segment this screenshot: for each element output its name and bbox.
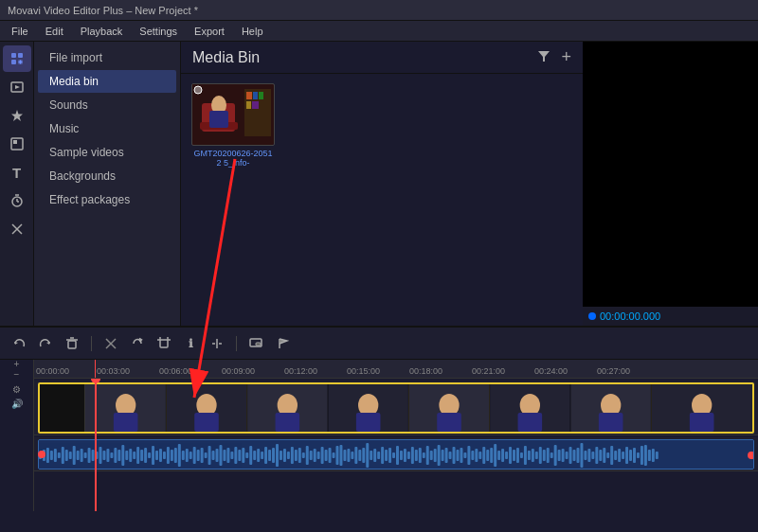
svg-rect-209 — [532, 449, 534, 462]
svg-rect-129 — [230, 452, 233, 459]
sidebar-item-effect-packages[interactable]: Effect packages — [38, 188, 176, 211]
filter-button[interactable] — [536, 48, 551, 66]
svg-rect-61 — [356, 413, 381, 432]
zoom-in-icon[interactable]: + — [14, 359, 20, 369]
svg-rect-63 — [437, 413, 461, 432]
svg-rect-219 — [569, 447, 572, 464]
preview-screen — [583, 42, 758, 307]
svg-rect-149 — [306, 446, 309, 465]
effects-tool-btn[interactable] — [3, 102, 31, 129]
svg-rect-230 — [610, 446, 613, 465]
sidebar-item-backgrounds[interactable]: Backgrounds — [38, 165, 176, 187]
svg-rect-114 — [174, 448, 177, 463]
menu-edit[interactable]: Edit — [38, 24, 71, 39]
delete-button[interactable] — [61, 332, 83, 355]
svg-rect-206 — [520, 452, 523, 458]
redo-button[interactable] — [34, 332, 57, 355]
svg-rect-188 — [453, 447, 456, 464]
svg-rect-95 — [102, 451, 105, 460]
svg-rect-162 — [354, 447, 357, 464]
svg-rect-231 — [614, 451, 617, 460]
preview-dot — [588, 312, 596, 320]
menu-help[interactable]: Help — [234, 24, 271, 39]
svg-rect-166 — [370, 451, 372, 460]
timeline-toolbar: ℹ — [0, 328, 758, 360]
menu-file[interactable]: File — [4, 24, 36, 39]
svg-rect-168 — [377, 452, 380, 459]
sidebar-item-sounds[interactable]: Sounds — [38, 94, 176, 116]
menu-export[interactable]: Export — [187, 24, 232, 39]
timeline-area: ℹ — [0, 326, 758, 511]
svg-rect-223 — [584, 451, 587, 460]
media-tool-btn[interactable] — [3, 74, 31, 100]
sidebar-item-media-bin[interactable]: Media bin — [38, 70, 176, 93]
svg-rect-220 — [573, 450, 576, 461]
media-bin-actions: + — [536, 47, 571, 67]
svg-rect-165 — [366, 443, 369, 468]
text-tool-btn[interactable]: T — [3, 159, 31, 186]
svg-rect-144 — [287, 452, 290, 459]
crop-button[interactable] — [153, 332, 175, 355]
svg-rect-84 — [62, 447, 64, 464]
svg-rect-104 — [136, 447, 139, 464]
media-item-label: GMT20200626-20512 5_info- — [191, 149, 275, 168]
svg-rect-109 — [155, 451, 158, 460]
ruler-mark-1: 00:03:00 — [97, 366, 130, 376]
svg-rect-1 — [18, 53, 23, 58]
svg-rect-86 — [69, 452, 72, 459]
svg-rect-125 — [216, 449, 219, 462]
timecode: 00:00:00.000 — [600, 310, 660, 322]
tools-tool-btn[interactable] — [3, 216, 31, 242]
ruler-mark-2: 00:06:00 — [159, 366, 192, 376]
track-audio-btn[interactable]: 🔊 — [11, 399, 23, 409]
info-button[interactable]: ℹ — [179, 332, 202, 355]
import-tool-btn[interactable] — [3, 45, 31, 72]
svg-rect-210 — [535, 452, 538, 459]
media-item[interactable]: GMT20200626-20512 5_info- — [190, 83, 276, 168]
clip-black-start — [40, 384, 85, 432]
svg-rect-116 — [182, 451, 185, 460]
timer-tool-btn[interactable] — [3, 187, 31, 214]
svg-rect-185 — [442, 450, 444, 461]
sidebar-item-music[interactable]: Music — [38, 117, 176, 140]
timeline-playhead — [95, 379, 97, 511]
svg-rect-83 — [58, 452, 61, 458]
rotate-button[interactable] — [126, 332, 149, 355]
flag-button[interactable] — [271, 332, 294, 355]
filters-tool-btn[interactable] — [3, 131, 31, 157]
svg-rect-196 — [482, 447, 485, 464]
undo-button[interactable] — [8, 332, 30, 355]
svg-rect-35 — [160, 340, 168, 347]
svg-rect-142 — [280, 451, 282, 460]
window-title: Movavi Video Editor Plus – New Project * — [8, 5, 198, 16]
split-button[interactable] — [206, 332, 228, 355]
svg-rect-242 — [656, 452, 659, 459]
svg-rect-44 — [256, 343, 261, 346]
svg-rect-190 — [460, 448, 462, 463]
audio-clip[interactable]: // Generate waveform bars inline - using… — [38, 439, 754, 470]
cut-button[interactable] — [99, 332, 122, 355]
svg-rect-180 — [423, 452, 425, 458]
menu-playback[interactable]: Playback — [73, 24, 131, 39]
svg-rect-150 — [310, 451, 313, 460]
svg-rect-161 — [351, 452, 353, 459]
title-bar: Movavi Video Editor Plus – New Project * — [0, 0, 758, 21]
sidebar-item-file-import[interactable]: File import — [38, 46, 176, 69]
svg-rect-195 — [478, 452, 481, 459]
add-media-button[interactable]: + — [561, 47, 571, 67]
pip-button[interactable] — [244, 332, 267, 355]
svg-rect-153 — [321, 447, 324, 464]
svg-marker-8 — [11, 110, 23, 121]
svg-rect-181 — [426, 446, 429, 465]
track-settings-btn[interactable]: ⚙ — [12, 384, 21, 395]
svg-rect-224 — [587, 449, 590, 462]
sidebar-item-sample-videos[interactable]: Sample videos — [38, 141, 176, 164]
ruler-mark-7: 00:21:00 — [472, 366, 505, 376]
svg-rect-112 — [167, 447, 170, 464]
video-clip[interactable] — [38, 382, 754, 434]
menu-settings[interactable]: Settings — [132, 24, 185, 39]
svg-rect-82 — [54, 449, 57, 462]
svg-rect-204 — [513, 450, 515, 461]
svg-rect-205 — [516, 448, 519, 463]
svg-rect-177 — [411, 447, 414, 464]
